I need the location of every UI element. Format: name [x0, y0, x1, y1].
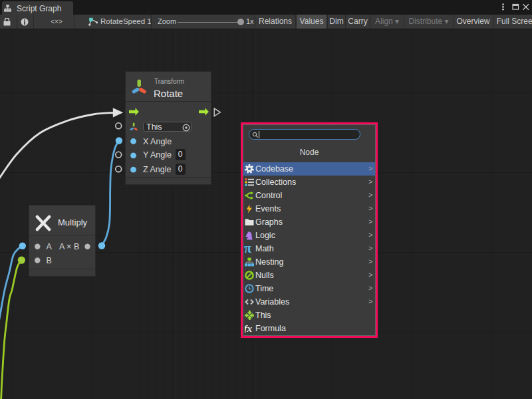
svg-text:π: π — [244, 241, 251, 255]
svg-text:fx: fx — [245, 324, 252, 333]
